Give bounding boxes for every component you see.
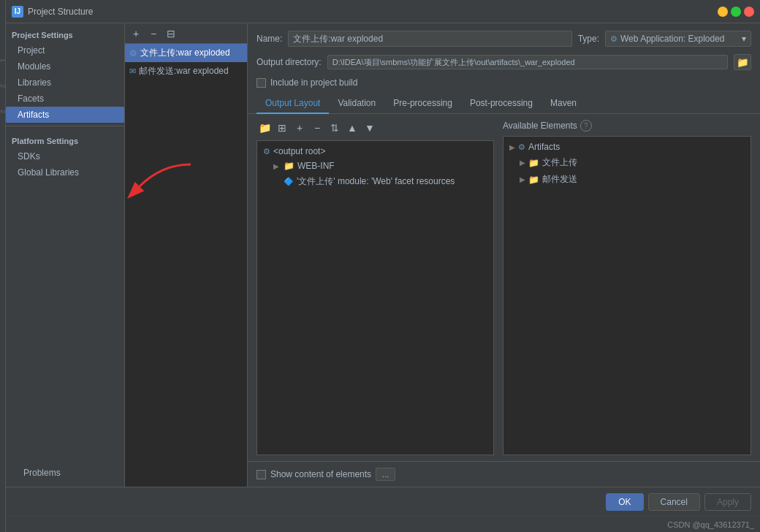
sidebar-item-sdks[interactable]: SDKs: [6, 148, 124, 164]
elements-header: Available Elements ?: [503, 120, 751, 132]
artifact-toolbar: + − ⊟: [125, 23, 247, 44]
chevron-down-icon: ▾: [742, 34, 746, 44]
wenjianshangguan-chevron-icon: ▶: [520, 159, 525, 167]
show-content-checkbox[interactable]: [256, 470, 266, 479]
sidebar-item-global-libraries[interactable]: Global Libraries: [6, 164, 124, 180]
ok-button[interactable]: OK: [606, 493, 643, 511]
minimize-button[interactable]: −: [718, 7, 728, 17]
title-bar: IJ Project Structure − □ ✕: [6, 0, 760, 23]
elem-item-youjiansongfa[interactable]: ▶ 📁 邮件发送: [503, 171, 750, 188]
tree-item-web-inf[interactable]: ▶ 📁 WEB-INF: [257, 159, 493, 173]
elem-item-wenjianshangguan[interactable]: ▶ 📁 文件上传: [503, 154, 750, 171]
apply-button[interactable]: Apply: [704, 493, 751, 511]
left-edge: 1 2 2: [0, 0, 6, 532]
sidebar-divider: [6, 126, 124, 126]
output-dir-row: Output directory: 📁: [248, 51, 760, 75]
include-label: Include in project build: [270, 77, 357, 88]
youjiansongfa-chevron-icon: ▶: [520, 175, 525, 183]
type-label: Type:: [578, 34, 599, 44]
artifact-item-1[interactable]: ✉ 邮件发送:war exploded: [125, 62, 247, 80]
output-tree-container: ⚙ <output root> ▶ 📁 WEB-INF 🔷 '文件上传' mod…: [256, 140, 494, 455]
chevron-right-icon: ▶: [273, 162, 281, 170]
sidebar-item-artifacts[interactable]: Artifacts: [6, 107, 124, 123]
remove-artifact-button[interactable]: −: [145, 26, 162, 42]
output-root-icon: ⚙: [263, 147, 270, 156]
mail-icon: ✉: [129, 66, 136, 76]
tab-validation[interactable]: Validation: [329, 94, 384, 114]
status-bar: CSDN @qq_43612371_: [6, 516, 760, 532]
close-button[interactable]: ✕: [744, 7, 754, 17]
gear-icon: ⚙: [129, 48, 137, 58]
elem-item-artifacts[interactable]: ▶ ⚙ Artifacts: [503, 140, 750, 154]
tree-toolbar-btn-remove[interactable]: −: [309, 120, 325, 136]
elements-tree-container: ▶ ⚙ Artifacts ▶ 📁 文件上传 ▶ 📁: [503, 136, 751, 455]
output-tree-panel: 📁 ⊞ + − ⇅ ▲ ▼ ⚙ <output root>: [256, 120, 494, 455]
tree-toolbar-btn-2[interactable]: ⊞: [274, 120, 290, 136]
available-elements-label: Available Elements: [503, 121, 577, 131]
help-icon[interactable]: ?: [580, 120, 592, 132]
artifacts-icon: ⚙: [518, 142, 525, 152]
tree-item-output-root[interactable]: ⚙ <output root>: [257, 144, 493, 159]
name-input[interactable]: [288, 31, 571, 47]
folder-icon: 📁: [284, 161, 294, 171]
output-dir-input[interactable]: [327, 55, 728, 69]
window-controls[interactable]: − □ ✕: [718, 7, 754, 17]
project-settings-header: Project Settings: [6, 23, 124, 42]
tree-toolbar-btn-up[interactable]: ▲: [344, 120, 360, 136]
browse-button[interactable]: 📁: [734, 54, 751, 70]
artifact-items-list: ⚙ 文件上传:war exploded ✉ 邮件发送:war exploded: [125, 44, 247, 487]
platform-settings-header: Platform Settings: [6, 129, 124, 148]
elem-folder-icon-2: 📁: [528, 175, 539, 185]
type-select-icon: ⚙: [610, 34, 618, 44]
sidebar-item-libraries[interactable]: Libraries: [6, 75, 124, 91]
title-bar-text: Project Structure: [28, 7, 718, 17]
include-checkbox[interactable]: [256, 78, 266, 88]
tab-output-layout[interactable]: Output Layout: [256, 94, 329, 114]
cancel-button[interactable]: Cancel: [648, 493, 700, 511]
file-icon: 🔷: [284, 177, 294, 186]
dots-button[interactable]: ...: [376, 468, 395, 481]
tree-toolbar-btn-down[interactable]: ▼: [362, 120, 378, 136]
status-bar-text: CSDN @qq_43612371_: [667, 520, 754, 529]
bottom-row: Show content of elements ...: [248, 461, 760, 487]
tree-toolbar-btn-sort[interactable]: ⇅: [327, 120, 343, 136]
maximize-button[interactable]: □: [731, 7, 741, 17]
copy-artifact-button[interactable]: ⊟: [163, 26, 179, 42]
available-elements-panel: Available Elements ? ▶ ⚙ Artifacts ▶: [503, 120, 751, 455]
right-panel: Name: Type: ⚙ Web Application: Exploded …: [248, 23, 760, 487]
show-content-label: Show content of elements: [270, 469, 371, 479]
artifact-list-panel: + − ⊟ ⚙ 文件上传:war exploded ✉ 邮件发送:war exp…: [125, 23, 248, 487]
name-type-row: Name: Type: ⚙ Web Application: Exploded …: [248, 23, 760, 51]
sidebar-item-problems[interactable]: Problems: [12, 465, 118, 481]
name-label: Name:: [256, 34, 282, 44]
elem-folder-icon-1: 📁: [528, 158, 539, 168]
dialog-footer: OK Cancel Apply: [6, 487, 760, 516]
sidebar-problems-section: Problems: [6, 459, 124, 487]
tree-toolbar: 📁 ⊞ + − ⇅ ▲ ▼: [256, 120, 494, 136]
tab-pre-processing[interactable]: Pre-processing: [384, 94, 461, 114]
tab-content-output-layout: 📁 ⊞ + − ⇅ ▲ ▼ ⚙ <output root>: [248, 114, 760, 461]
sidebar-item-project[interactable]: Project: [6, 42, 124, 58]
artifacts-chevron-icon: ▶: [509, 143, 515, 151]
tab-maven[interactable]: Maven: [542, 94, 585, 114]
type-select-text: Web Application: Exploded: [620, 34, 739, 44]
add-artifact-button[interactable]: +: [128, 26, 144, 42]
tab-post-processing[interactable]: Post-processing: [461, 94, 542, 114]
include-row: Include in project build: [248, 75, 760, 94]
tree-toolbar-btn-add[interactable]: +: [292, 120, 308, 136]
app-icon: IJ: [12, 6, 23, 18]
main-content: Project Settings Project Modules Librari…: [6, 23, 760, 487]
tree-item-facet-resources[interactable]: 🔷 '文件上传' module: 'Web' facet resources: [257, 173, 493, 190]
sidebar-item-facets[interactable]: Facets: [6, 91, 124, 107]
type-select[interactable]: ⚙ Web Application: Exploded ▾: [605, 31, 751, 47]
artifact-item-0[interactable]: ⚙ 文件上传:war exploded: [125, 44, 247, 62]
sidebar-item-modules[interactable]: Modules: [6, 58, 124, 75]
output-dir-label: Output directory:: [256, 57, 322, 67]
tree-toolbar-btn-1[interactable]: 📁: [256, 120, 273, 136]
tabs-bar: Output Layout Validation Pre-processing …: [248, 94, 760, 114]
sidebar: Project Settings Project Modules Librari…: [6, 23, 125, 487]
